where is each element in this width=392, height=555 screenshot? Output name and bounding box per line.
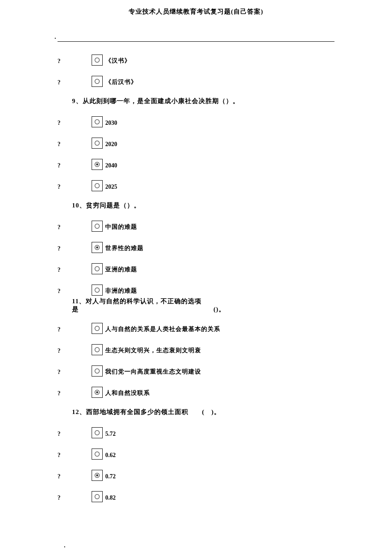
q10-option-3: ?非洲的难题 (58, 285, 334, 296)
question-mark: ? (58, 431, 92, 438)
q12-option-label-1: 0.62 (105, 452, 116, 460)
question-mark: ? (58, 473, 92, 481)
pre9-option-0: ?《汉书》 (58, 55, 334, 66)
radio-unselected-icon[interactable] (92, 491, 103, 502)
radio-unselected-icon[interactable] (92, 285, 103, 296)
svg-point-3 (95, 141, 99, 145)
q10-option-0: ?中国的难题 (58, 221, 334, 232)
page-title: 专业技术人员继续教育考试复习题(自己答案) (0, 0, 392, 16)
q12-option-2: ?0.72 (58, 470, 334, 481)
radio-selected-icon[interactable] (92, 159, 103, 170)
svg-point-18 (95, 452, 99, 456)
pre9-option-label-1: 《后汉书》 (105, 78, 137, 87)
radio-selected-icon[interactable] (92, 387, 103, 398)
q9-option-0: ?2030 (58, 116, 334, 127)
svg-point-12 (95, 326, 99, 331)
question-mark: ? (58, 79, 92, 87)
q9-option-label-2: 2040 (105, 162, 117, 170)
pre9-option-1: ?《后汉书》 (58, 76, 334, 87)
radio-unselected-icon[interactable] (92, 221, 103, 232)
q9-option-label-0: 2030 (105, 120, 117, 127)
radio-unselected-icon[interactable] (92, 427, 103, 438)
question-mark: ? (58, 141, 92, 149)
pre9-option-label-0: 《汉书》 (105, 57, 131, 66)
radio-unselected-icon[interactable] (92, 180, 103, 191)
question-mark: ? (58, 495, 92, 502)
question-11: 11、对人与自然的科学认识，不正确的选项 是 ()。 (72, 297, 334, 313)
question-mark: ? (58, 452, 92, 460)
q10-option-label-0: 中国的难题 (105, 223, 137, 232)
q10-option-label-3: 非洲的难题 (105, 287, 137, 296)
q11-line2-left: 是 (72, 305, 79, 313)
question-10: 10、贫穷问题是（）。 (72, 201, 334, 210)
q11-option-0: ?人与自然的关系是人类社会最基本的关系 (58, 323, 334, 334)
radio-selected-icon[interactable] (92, 470, 103, 481)
bottom-dot-mark: . (0, 529, 392, 555)
q11-option-2: ?我们党一向高度重视生态文明建设 (58, 365, 334, 377)
svg-point-6 (95, 184, 99, 188)
question-mark: ? (58, 267, 92, 274)
svg-point-5 (96, 164, 98, 166)
q12-option-1: ?0.62 (58, 449, 334, 460)
radio-unselected-icon[interactable] (92, 138, 103, 149)
radio-unselected-icon[interactable] (92, 323, 103, 334)
q12-option-label-0: 5.72 (105, 431, 116, 438)
question-mark: ? (58, 326, 92, 334)
svg-point-0 (95, 58, 99, 62)
top-dot-mark: . (0, 16, 392, 40)
q10-option-label-1: 世界性的难题 (105, 244, 144, 253)
q11-line1: 11、对人与自然的科学认识，不正确的选项 (72, 297, 202, 305)
q12-option-label-2: 0.72 (105, 473, 116, 481)
question-mark: ? (58, 348, 92, 355)
svg-point-14 (95, 369, 99, 373)
radio-unselected-icon[interactable] (92, 344, 103, 355)
q9-option-label-3: 2025 (105, 184, 117, 191)
radio-selected-icon[interactable] (92, 242, 103, 253)
svg-point-20 (96, 474, 98, 477)
radio-unselected-icon[interactable] (92, 76, 103, 87)
q11-option-label-3: 人和自然没联系 (105, 389, 150, 398)
question-mark: ? (58, 369, 92, 377)
q9-option-3: ?2025 (58, 180, 334, 191)
question-12: 12、西部地域拥有全国多少的领土面积 ( )。 (72, 408, 334, 416)
q11-option-label-0: 人与自然的关系是人类社会最基本的关系 (105, 325, 220, 334)
q9-option-2: ?2040 (58, 159, 334, 170)
svg-point-11 (95, 288, 99, 292)
question-mark: ? (58, 58, 92, 66)
q12-option-0: ?5.72 (58, 427, 334, 438)
svg-point-21 (95, 495, 99, 499)
question-mark: ? (58, 288, 92, 296)
question-9: 9、从此刻到哪一年，是全面建成小康社会决胜期（）。 (72, 97, 334, 105)
q12-option-3: ?0.82 (58, 491, 334, 502)
q9-option-1: ?2020 (58, 138, 334, 149)
radio-unselected-icon[interactable] (92, 449, 103, 460)
question-mark: ? (58, 390, 92, 398)
radio-unselected-icon[interactable] (92, 55, 103, 66)
radio-unselected-icon[interactable] (92, 365, 103, 377)
svg-point-9 (96, 247, 98, 249)
q11-option-1: ?生态兴则文明兴，生态衰则文明衰 (58, 344, 334, 355)
question-mark: ? (58, 224, 92, 232)
q11-option-3: ?人和自然没联系 (58, 387, 334, 398)
q10-option-label-2: 亚洲的难题 (105, 266, 137, 274)
radio-unselected-icon[interactable] (92, 263, 103, 274)
q11-line2-right: ()。 (213, 305, 225, 313)
svg-point-13 (95, 348, 99, 352)
svg-point-16 (96, 391, 98, 394)
q10-option-1: ?世界性的难题 (58, 242, 334, 253)
question-mark: ? (58, 245, 92, 253)
question-mark: ? (58, 162, 92, 170)
radio-unselected-icon[interactable] (92, 116, 103, 127)
q10-option-2: ?亚洲的难题 (58, 263, 334, 274)
q11-option-label-2: 我们党一向高度重视生态文明建设 (105, 368, 201, 377)
svg-point-1 (95, 79, 99, 83)
svg-point-2 (95, 120, 99, 124)
content-area: ?《汉书》?《后汉书》 9、从此刻到哪一年，是全面建成小康社会决胜期（）。 ?2… (0, 42, 392, 529)
q11-option-label-1: 生态兴则文明兴，生态衰则文明衰 (105, 347, 201, 355)
q12-option-label-3: 0.82 (105, 495, 116, 502)
question-mark: ? (58, 120, 92, 127)
svg-point-10 (95, 267, 99, 271)
page-root: 专业技术人员继续教育考试复习题(自己答案) . ?《汉书》?《后汉书》 9、从此… (0, 0, 392, 555)
svg-point-7 (95, 224, 99, 228)
svg-point-17 (95, 431, 99, 435)
